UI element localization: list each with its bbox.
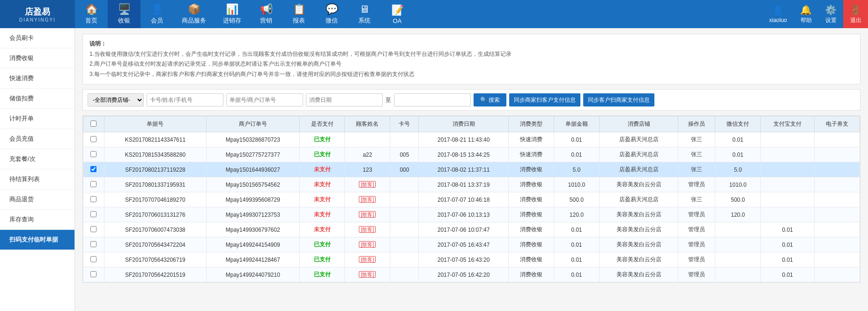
col-header-0: [83, 116, 104, 132]
order-no-4: SF20170707046189270: [104, 192, 206, 207]
operator-9: 管理员: [678, 267, 715, 282]
consume-date-3: 2017-08-01 13:37:19: [419, 177, 508, 192]
row-checkbox-2[interactable]: [83, 162, 104, 177]
row-checkbox-4[interactable]: [83, 192, 104, 207]
merchant-no-2: Mpay1501644936027: [207, 162, 299, 177]
shop-0: 店盈易天河总店: [599, 132, 678, 147]
consume-date-5: 2017-07-06 10:13:13: [419, 207, 508, 222]
nav-item-系统[interactable]: 🖥系统: [348, 0, 381, 28]
date-end-input[interactable]: [394, 93, 471, 106]
member-input[interactable]: [147, 93, 223, 106]
sidebar-item-计时开单[interactable]: 计时开单: [0, 109, 74, 129]
nav-right-item-退出[interactable]: 🚪退出: [843, 0, 868, 28]
nav-item-报表[interactable]: 📋报表: [282, 0, 315, 28]
shop-9: 美容美发白云分店: [599, 267, 678, 282]
order-no-9: SF20170705642201519: [104, 267, 206, 282]
nav-item-OA[interactable]: 📝OA: [381, 0, 414, 28]
select-all-checkbox[interactable]: [90, 121, 96, 127]
shop-select[interactable]: -全部消费店铺-: [88, 93, 144, 106]
row-checkbox-5[interactable]: [83, 207, 104, 222]
sidebar-item-充套餐/次[interactable]: 充套餐/次: [0, 149, 74, 169]
nav-item-首页[interactable]: 🏠首页: [75, 0, 108, 28]
nav-item-会员[interactable]: 👤会员: [141, 0, 173, 28]
customer-name-6: [散客]: [345, 222, 390, 237]
nav-label: 会员: [151, 16, 163, 25]
nav-item-营销[interactable]: 📢营销: [250, 0, 282, 28]
coupon-3: [814, 177, 860, 192]
notice-title: 说明：: [89, 40, 106, 47]
col-header-6: 消费日期: [419, 116, 508, 132]
merchant-no-6: Mpay1499306797602: [207, 222, 299, 237]
sidebar-item-会员刷卡[interactable]: 会员刷卡: [0, 28, 74, 48]
nav-label: 报表: [293, 16, 305, 25]
col-header-13: 电子券支: [814, 116, 860, 132]
nav-item-收银[interactable]: 🖥️收银: [108, 0, 141, 28]
card-no-7: [390, 237, 419, 252]
sidebar-item-待结算列表[interactable]: 待结算列表: [0, 169, 74, 190]
row-checkbox-3[interactable]: [83, 177, 104, 192]
guest-tag: [散客]: [359, 241, 376, 248]
table-row: SF20170705643206719Mpay1499244128467已支付[…: [83, 252, 860, 267]
sidebar-item-会员充值[interactable]: 会员充值: [0, 129, 74, 149]
nav-icon-报表: 📋: [293, 3, 305, 15]
col-header-10: 操作员: [678, 116, 715, 132]
paid-status-8: 已支付: [299, 252, 345, 267]
table-row: SF20170706013131276Mpay1499307123753未支付[…: [83, 207, 860, 222]
row-checkbox-1[interactable]: [83, 147, 104, 162]
guest-tag: [散客]: [359, 226, 376, 233]
order-input[interactable]: [226, 93, 303, 106]
nav-item-微信[interactable]: 💬微信: [315, 0, 348, 28]
paid-status-4: 未支付: [299, 192, 345, 207]
table-row: KS20170821143347611Mpay1503286870723已支付2…: [83, 132, 860, 147]
order-no-5: SF20170706013131276: [104, 207, 206, 222]
logo-subtitle: DIANYINGYI: [19, 17, 56, 23]
sidebar-item-商品退货[interactable]: 商品退货: [0, 190, 74, 210]
col-header-12: 支付宝支付: [761, 116, 815, 132]
shop-7: 美容美发白云分店: [599, 237, 678, 252]
coupon-0: [814, 132, 860, 147]
nav-label: 进销存: [223, 16, 241, 25]
nav-right-item-设置[interactable]: ⚙️设置: [818, 0, 843, 28]
row-checkbox-0[interactable]: [83, 132, 104, 147]
row-checkbox-9[interactable]: [83, 267, 104, 282]
order-no-3: SF20170801337195931: [104, 177, 206, 192]
row-checkbox-8[interactable]: [83, 252, 104, 267]
nav-item-进销存[interactable]: 📊进销存: [215, 0, 250, 28]
consume-type-0: 快速消费: [508, 132, 554, 147]
amount-1: 0.01: [554, 147, 599, 162]
amount-7: 0.01: [554, 237, 599, 252]
date-start-input[interactable]: [306, 93, 383, 106]
consume-date-7: 2017-07-05 16:43:47: [419, 237, 508, 252]
paid-status-9: 已支付: [299, 267, 345, 282]
amount-4: 500.0: [554, 192, 599, 207]
sidebar-item-库存查询[interactable]: 库存查询: [0, 210, 74, 230]
sidebar-item-消费收银[interactable]: 消费收银: [0, 48, 74, 68]
sidebar-item-快速消费[interactable]: 快速消费: [0, 68, 74, 89]
row-checkbox-6[interactable]: [83, 222, 104, 237]
paid-status-7: 已支付: [299, 237, 345, 252]
nav-right-icon-xiaoluo: 👤: [772, 5, 784, 16]
nav-right-item-xiaoluo[interactable]: 👤xiaoluo: [763, 0, 794, 28]
nav-right-item-帮助[interactable]: 🔔帮助: [794, 0, 818, 28]
nav-icon-商品服务: 📦: [188, 3, 200, 15]
customer-name-3: [散客]: [345, 177, 390, 192]
sync-merchant-button[interactable]: 同步商家扫客户支付信息: [509, 93, 580, 106]
sync-customer-button[interactable]: 同步客户扫商家支付信息: [583, 93, 654, 106]
col-header-1: 单据号: [104, 116, 206, 132]
data-table-wrap: 单据号商户订单号是否支付顾客姓名卡号消费日期消费类型单据金额消费店铺操作员微信支…: [82, 115, 861, 283]
operator-6: 管理员: [678, 222, 715, 237]
nav-label: 收银: [118, 16, 130, 25]
consume-type-6: 消费收银: [508, 222, 554, 237]
row-checkbox-7[interactable]: [83, 237, 104, 252]
amount-8: 0.01: [554, 252, 599, 267]
table-body: KS20170821143347611Mpay1503286870723已支付2…: [83, 132, 860, 282]
nav-item-商品服务[interactable]: 📦商品服务: [173, 0, 215, 28]
table-row: SF20170706007473038Mpay1499306797602未支付[…: [83, 222, 860, 237]
nav-right-label: 帮助: [801, 16, 812, 24]
alipay-4: [761, 192, 815, 207]
sidebar-item-储值扣费[interactable]: 储值扣费: [0, 89, 74, 109]
sidebar-item-扫码支付临时单据[interactable]: 扫码支付临时单据: [0, 230, 74, 250]
filter-bar: -全部消费店铺- 至 🔍 搜索 同步商家扫客户支付信息 同步客户扫商家支付信息: [82, 89, 861, 111]
search-button[interactable]: 🔍 搜索: [474, 93, 506, 106]
notice-line-3: 3.每一个临时支付记录中，商家扫客户和客户扫商家支付码的商户订单号并非一致，请使…: [89, 69, 853, 80]
